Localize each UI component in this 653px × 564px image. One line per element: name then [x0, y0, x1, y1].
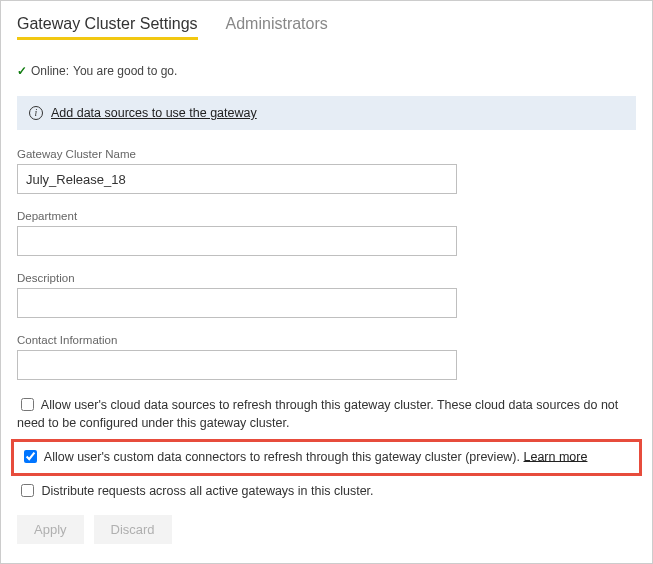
- tab-gateway-cluster-settings[interactable]: Gateway Cluster Settings: [17, 13, 198, 39]
- add-data-sources-link[interactable]: Add data sources to use the gateway: [51, 106, 257, 120]
- description-input[interactable]: [17, 288, 457, 318]
- description-label: Description: [17, 272, 636, 284]
- check-icon: ✓: [17, 64, 27, 78]
- option-distribute-row: Distribute requests across all active ga…: [17, 482, 636, 501]
- option-distribute-checkbox[interactable]: [21, 484, 34, 497]
- tab-underline: [17, 45, 636, 46]
- option-custom-connectors-label: Allow user's custom data connectors to r…: [44, 449, 520, 463]
- highlighted-option: Allow user's custom data connectors to r…: [11, 439, 642, 476]
- department-label: Department: [17, 210, 636, 222]
- contact-input[interactable]: [17, 350, 457, 380]
- button-row: Apply Discard: [17, 515, 636, 544]
- status-prefix: Online:: [31, 64, 69, 78]
- department-input[interactable]: [17, 226, 457, 256]
- info-icon: i: [29, 106, 43, 120]
- tab-administrators[interactable]: Administrators: [226, 13, 328, 39]
- cluster-name-input[interactable]: [17, 164, 457, 194]
- info-banner: i Add data sources to use the gateway: [17, 96, 636, 130]
- discard-button[interactable]: Discard: [94, 515, 172, 544]
- cluster-name-label: Gateway Cluster Name: [17, 148, 636, 160]
- apply-button[interactable]: Apply: [17, 515, 84, 544]
- status-row: ✓ Online: You are good to go.: [17, 64, 636, 78]
- option-cloud-sources-checkbox[interactable]: [21, 398, 34, 411]
- gateway-settings-panel: Gateway Cluster Settings Administrators …: [0, 0, 653, 564]
- contact-label: Contact Information: [17, 334, 636, 346]
- option-custom-connectors-row: Allow user's custom data connectors to r…: [20, 448, 633, 467]
- option-custom-connectors-checkbox[interactable]: [24, 450, 37, 463]
- option-distribute-label: Distribute requests across all active ga…: [41, 483, 373, 497]
- tab-bar: Gateway Cluster Settings Administrators: [17, 13, 636, 39]
- status-message: You are good to go.: [73, 64, 177, 78]
- option-cloud-sources-row: Allow user's cloud data sources to refre…: [17, 396, 636, 433]
- option-cloud-sources-label: Allow user's cloud data sources to refre…: [17, 398, 618, 430]
- learn-more-link[interactable]: Learn more: [524, 449, 588, 463]
